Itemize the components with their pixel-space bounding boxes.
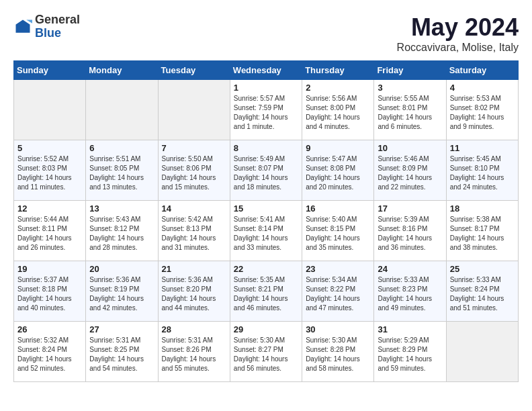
day-number: 14 [162, 203, 226, 214]
location: Roccavivara, Molise, Italy [397, 42, 519, 54]
day-content: Sunrise: 5:49 AM Sunset: 8:07 PM Dayligh… [234, 154, 298, 192]
calendar-cell: 27Sunrise: 5:31 AM Sunset: 8:25 PM Dayli… [86, 322, 158, 382]
calendar-cell: 18Sunrise: 5:38 AM Sunset: 8:17 PM Dayli… [446, 201, 518, 261]
calendar-cell: 8Sunrise: 5:49 AM Sunset: 8:07 PM Daylig… [230, 140, 302, 201]
calendar-cell [14, 80, 86, 140]
day-content: Sunrise: 5:31 AM Sunset: 8:25 PM Dayligh… [89, 336, 154, 373]
day-number: 26 [17, 324, 82, 334]
day-content: Sunrise: 5:40 AM Sunset: 8:15 PM Dayligh… [306, 215, 370, 253]
day-content: Sunrise: 5:56 AM Sunset: 8:00 PM Dayligh… [306, 94, 370, 132]
day-number: 12 [17, 203, 82, 214]
day-content: Sunrise: 5:36 AM Sunset: 8:19 PM Dayligh… [89, 275, 154, 313]
day-content: Sunrise: 5:38 AM Sunset: 8:17 PM Dayligh… [450, 215, 515, 253]
calendar-cell: 22Sunrise: 5:35 AM Sunset: 8:21 PM Dayli… [230, 261, 302, 322]
calendar-cell: 5Sunrise: 5:52 AM Sunset: 8:03 PM Daylig… [14, 140, 86, 201]
header-day-sunday: Sunday [14, 61, 86, 80]
calendar-cell: 31Sunrise: 5:29 AM Sunset: 8:29 PM Dayli… [374, 322, 446, 382]
calendar-table: SundayMondayTuesdayWednesdayThursdayFrid… [13, 60, 519, 382]
header-day-thursday: Thursday [302, 61, 374, 80]
week-row-4: 26Sunrise: 5:32 AM Sunset: 8:24 PM Dayli… [14, 322, 519, 382]
day-number: 2 [306, 83, 370, 93]
day-number: 19 [17, 264, 82, 274]
day-content: Sunrise: 5:30 AM Sunset: 8:28 PM Dayligh… [306, 336, 370, 373]
calendar-cell: 10Sunrise: 5:46 AM Sunset: 8:09 PM Dayli… [374, 140, 446, 201]
day-content: Sunrise: 5:31 AM Sunset: 8:26 PM Dayligh… [162, 336, 226, 373]
calendar-cell: 7Sunrise: 5:50 AM Sunset: 8:06 PM Daylig… [158, 140, 230, 201]
calendar-header: SundayMondayTuesdayWednesdayThursdayFrid… [14, 61, 519, 80]
week-row-2: 12Sunrise: 5:44 AM Sunset: 8:11 PM Dayli… [14, 201, 519, 261]
calendar-cell: 14Sunrise: 5:42 AM Sunset: 8:13 PM Dayli… [158, 201, 230, 261]
title-block: May 2024 Roccavivara, Molise, Italy [397, 13, 519, 54]
day-number: 22 [234, 264, 298, 274]
calendar-cell: 11Sunrise: 5:45 AM Sunset: 8:10 PM Dayli… [446, 140, 518, 201]
calendar-cell: 24Sunrise: 5:33 AM Sunset: 8:23 PM Dayli… [374, 261, 446, 322]
day-content: Sunrise: 5:33 AM Sunset: 8:24 PM Dayligh… [450, 275, 515, 313]
logo-blue: Blue [35, 27, 80, 40]
calendar-cell [158, 80, 230, 140]
day-content: Sunrise: 5:36 AM Sunset: 8:20 PM Dayligh… [162, 275, 226, 313]
day-number: 30 [306, 324, 370, 334]
day-content: Sunrise: 5:52 AM Sunset: 8:03 PM Dayligh… [17, 154, 82, 192]
day-content: Sunrise: 5:51 AM Sunset: 8:05 PM Dayligh… [89, 154, 154, 192]
day-number: 10 [378, 143, 442, 153]
calendar-cell: 3Sunrise: 5:55 AM Sunset: 8:01 PM Daylig… [374, 80, 446, 140]
day-content: Sunrise: 5:46 AM Sunset: 8:09 PM Dayligh… [378, 154, 442, 192]
day-content: Sunrise: 5:37 AM Sunset: 8:18 PM Dayligh… [17, 275, 82, 313]
day-number: 18 [450, 203, 515, 214]
day-number: 1 [234, 83, 298, 93]
logo-text: General Blue [35, 13, 80, 40]
week-row-0: 1Sunrise: 5:57 AM Sunset: 7:59 PM Daylig… [14, 80, 519, 140]
day-content: Sunrise: 5:30 AM Sunset: 8:27 PM Dayligh… [234, 336, 298, 373]
header-day-monday: Monday [86, 61, 158, 80]
month-title: May 2024 [397, 13, 519, 42]
day-number: 23 [306, 264, 370, 274]
day-content: Sunrise: 5:44 AM Sunset: 8:11 PM Dayligh… [17, 215, 82, 253]
calendar-cell: 26Sunrise: 5:32 AM Sunset: 8:24 PM Dayli… [14, 322, 86, 382]
day-number: 29 [234, 324, 298, 334]
day-number: 13 [89, 203, 154, 214]
day-number: 16 [306, 203, 370, 214]
calendar-cell: 12Sunrise: 5:44 AM Sunset: 8:11 PM Dayli… [14, 201, 86, 261]
day-number: 27 [89, 324, 154, 334]
calendar-cell: 9Sunrise: 5:47 AM Sunset: 8:08 PM Daylig… [302, 140, 374, 201]
week-row-3: 19Sunrise: 5:37 AM Sunset: 8:18 PM Dayli… [14, 261, 519, 322]
calendar-cell: 1Sunrise: 5:57 AM Sunset: 7:59 PM Daylig… [230, 80, 302, 140]
day-number: 6 [89, 143, 154, 153]
calendar-cell: 6Sunrise: 5:51 AM Sunset: 8:05 PM Daylig… [86, 140, 158, 201]
calendar-cell: 16Sunrise: 5:40 AM Sunset: 8:15 PM Dayli… [302, 201, 374, 261]
day-number: 20 [89, 264, 154, 274]
logo-icon [13, 17, 32, 36]
calendar-cell: 17Sunrise: 5:39 AM Sunset: 8:16 PM Dayli… [374, 201, 446, 261]
day-number: 3 [378, 83, 442, 93]
calendar-cell: 28Sunrise: 5:31 AM Sunset: 8:26 PM Dayli… [158, 322, 230, 382]
calendar-cell: 4Sunrise: 5:53 AM Sunset: 8:02 PM Daylig… [446, 80, 518, 140]
day-content: Sunrise: 5:55 AM Sunset: 8:01 PM Dayligh… [378, 94, 442, 132]
day-number: 5 [17, 143, 82, 153]
calendar-cell [446, 322, 518, 382]
day-number: 4 [450, 83, 515, 93]
day-content: Sunrise: 5:42 AM Sunset: 8:13 PM Dayligh… [162, 215, 226, 253]
calendar-cell: 30Sunrise: 5:30 AM Sunset: 8:28 PM Dayli… [302, 322, 374, 382]
calendar-cell: 13Sunrise: 5:43 AM Sunset: 8:12 PM Dayli… [86, 201, 158, 261]
day-content: Sunrise: 5:50 AM Sunset: 8:06 PM Dayligh… [162, 154, 226, 192]
calendar-cell: 21Sunrise: 5:36 AM Sunset: 8:20 PM Dayli… [158, 261, 230, 322]
calendar-cell: 23Sunrise: 5:34 AM Sunset: 8:22 PM Dayli… [302, 261, 374, 322]
calendar-cell [86, 80, 158, 140]
calendar-cell: 2Sunrise: 5:56 AM Sunset: 8:00 PM Daylig… [302, 80, 374, 140]
calendar-cell: 25Sunrise: 5:33 AM Sunset: 8:24 PM Dayli… [446, 261, 518, 322]
calendar-cell: 19Sunrise: 5:37 AM Sunset: 8:18 PM Dayli… [14, 261, 86, 322]
calendar-cell: 15Sunrise: 5:41 AM Sunset: 8:14 PM Dayli… [230, 201, 302, 261]
day-content: Sunrise: 5:35 AM Sunset: 8:21 PM Dayligh… [234, 275, 298, 313]
day-content: Sunrise: 5:57 AM Sunset: 7:59 PM Dayligh… [234, 94, 298, 132]
day-content: Sunrise: 5:53 AM Sunset: 8:02 PM Dayligh… [450, 94, 515, 132]
day-number: 15 [234, 203, 298, 214]
calendar-cell: 29Sunrise: 5:30 AM Sunset: 8:27 PM Dayli… [230, 322, 302, 382]
day-number: 7 [162, 143, 226, 153]
day-content: Sunrise: 5:43 AM Sunset: 8:12 PM Dayligh… [89, 215, 154, 253]
day-number: 24 [378, 264, 442, 274]
day-number: 28 [162, 324, 226, 334]
logo: General Blue [13, 13, 80, 40]
week-row-1: 5Sunrise: 5:52 AM Sunset: 8:03 PM Daylig… [14, 140, 519, 201]
day-content: Sunrise: 5:47 AM Sunset: 8:08 PM Dayligh… [306, 154, 370, 192]
day-content: Sunrise: 5:45 AM Sunset: 8:10 PM Dayligh… [450, 154, 515, 192]
